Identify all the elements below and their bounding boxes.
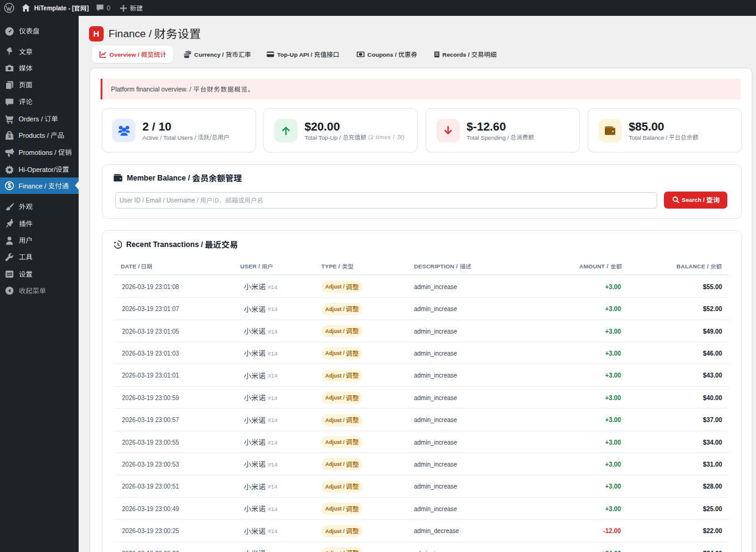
svg-text:S: S	[8, 134, 11, 138]
svg-text:$: $	[7, 182, 11, 189]
